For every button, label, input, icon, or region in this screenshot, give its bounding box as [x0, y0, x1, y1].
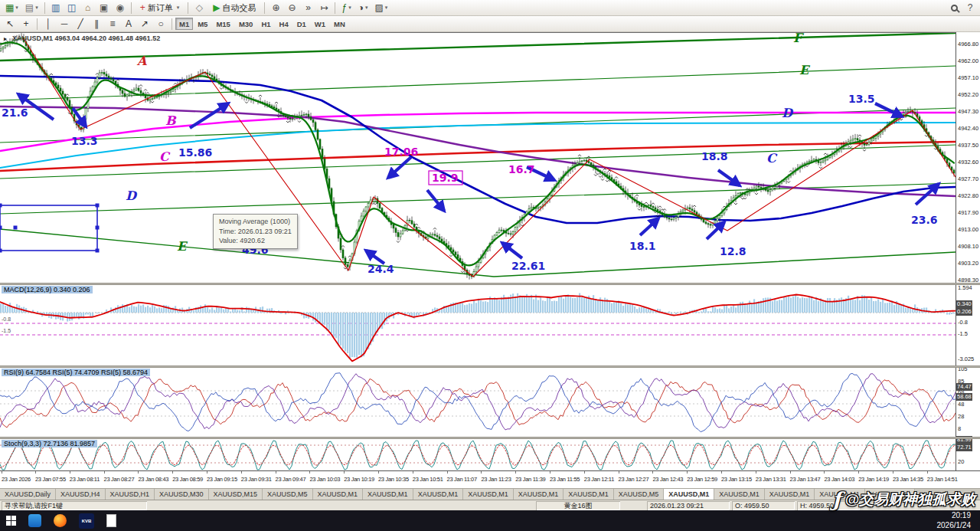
annotation-label[interactable]: D — [126, 188, 138, 203]
crosshair-tool[interactable]: + — [18, 17, 34, 31]
search-icon[interactable] — [946, 1, 962, 15]
zoom-in-icon[interactable]: ⊕ — [268, 1, 283, 15]
chart-shift-icon[interactable]: ↦ — [316, 1, 332, 15]
zoom-out-icon[interactable]: ⊖ — [284, 1, 299, 15]
chart-tab[interactable]: XAUUSD,M15 — [209, 489, 263, 500]
new-order-button[interactable]: +新订单▾ — [135, 1, 185, 15]
time-axis[interactable]: 23 Jan 202623 Jan 07:5523 Jan 08:1123 Ja… — [0, 470, 980, 488]
channel-tool[interactable]: ∥ — [89, 17, 104, 31]
horizontal-line-tool[interactable]: ─ — [57, 17, 72, 31]
timeframe-button-MN[interactable]: MN — [330, 18, 349, 30]
annotation-label[interactable]: 12.8 — [720, 245, 746, 257]
text-tool[interactable]: A — [121, 17, 136, 31]
autotrading-button[interactable]: ▶自动交易 — [207, 1, 261, 15]
chart-tab[interactable]: XAUUSD,M1 — [714, 489, 765, 500]
stochastic-canvas[interactable] — [0, 439, 956, 471]
stochastic-panel[interactable]: Stoch(9,3,3) 72.7136 81.9857 — [0, 439, 956, 471]
terminal-icon[interactable]: ▣ — [96, 1, 112, 15]
annotation-label[interactable]: 18.1 — [629, 240, 656, 252]
selection-handle[interactable] — [0, 204, 2, 208]
chart-tab[interactable]: XAUUSD,M30 — [155, 489, 209, 500]
annotation-label[interactable]: A — [136, 54, 147, 68]
timeframe-button-M5[interactable]: M5 — [194, 18, 211, 30]
annotation-label[interactable]: C — [766, 151, 778, 166]
selection-handle[interactable] — [96, 204, 100, 208]
chart-tab[interactable]: XAUUSD,M1 — [313, 489, 364, 500]
periods-icon[interactable]: ◑▾ — [355, 1, 371, 15]
market-watch-icon[interactable]: ▥ — [48, 1, 64, 15]
chart-tab[interactable]: XAUUSD,M1 — [413, 489, 464, 500]
annotation-label[interactable]: 22.61 — [511, 260, 545, 272]
fibonacci-tool[interactable]: ≡ — [105, 17, 120, 31]
metaeditor-icon[interactable]: ◇ — [191, 1, 207, 15]
chart-tab[interactable]: XAUUSD,H1 — [106, 489, 155, 500]
chart-tab[interactable]: XAUUSD,H4 — [56, 489, 106, 500]
annotation-label[interactable]: 19.9 — [432, 172, 459, 184]
profiles-icon[interactable]: ▤▾ — [22, 1, 41, 15]
chart-tab[interactable]: XAUUSD,M1 — [514, 489, 564, 500]
trendline-tool[interactable]: ╱ — [73, 17, 88, 31]
annotation-label[interactable]: E — [799, 63, 811, 77]
chart-tab[interactable]: XAUUSD,M5 — [263, 489, 313, 500]
annotation-arrow[interactable] — [502, 243, 522, 258]
annotation-label[interactable]: B — [165, 113, 177, 128]
chart-tab[interactable]: XAUUSD,Daily — [0, 489, 56, 500]
chart-type-icon[interactable]: ▦▾ — [2, 1, 21, 15]
annotation-arrow[interactable] — [388, 157, 411, 178]
annotation-arrow[interactable] — [366, 251, 384, 264]
navigator-icon[interactable]: ⌂ — [80, 1, 96, 15]
taskbar-clock[interactable]: 20:19 2026/1/24 — [937, 511, 975, 530]
annotation-label[interactable]: E — [177, 239, 188, 254]
annotation-label[interactable]: 13.5 — [848, 93, 875, 105]
price-panel[interactable]: 21.613.315.86ABCDE49.624.417.0619.916.72… — [0, 33, 956, 283]
arrows-tool[interactable]: ↗ — [137, 17, 152, 31]
annotation-label[interactable]: 13.3 — [71, 135, 98, 147]
selection-handle[interactable] — [0, 226, 2, 230]
chart-tab[interactable]: XAUUSD,M1 — [463, 489, 514, 500]
strategy-tester-icon[interactable]: ◉ — [113, 1, 128, 15]
document-app-icon[interactable] — [106, 514, 116, 527]
panel-divider[interactable] — [0, 365, 980, 368]
selection-handle[interactable] — [0, 249, 2, 253]
macd-canvas[interactable] — [0, 285, 956, 365]
annotation-label[interactable]: 24.4 — [368, 263, 394, 275]
macd-panel[interactable]: MACD(12,26,9) 0.340 0.206 -0.8-1.5 — [0, 285, 956, 365]
annotation-label[interactable]: 23.6 — [911, 214, 938, 226]
chart-tab[interactable]: XAUUSD,M5 — [614, 489, 665, 500]
help-icon[interactable]: ? — [962, 1, 978, 15]
chart-tab-active[interactable]: XAUUSD,M1 — [664, 489, 714, 500]
vertical-line-tool[interactable]: │ — [41, 17, 56, 31]
timeframe-button-M1[interactable]: M1 — [175, 18, 193, 30]
timeframe-button-H1[interactable]: H1 — [257, 18, 274, 30]
annotation-label[interactable]: 15.86 — [178, 146, 212, 159]
annotation-label[interactable]: 17.06 — [384, 146, 418, 158]
indicators-icon[interactable]: ƒ▾ — [338, 1, 354, 15]
annotation-label[interactable]: 18.8 — [701, 150, 728, 162]
timeframe-button-D1[interactable]: D1 — [293, 18, 310, 30]
selection-handle[interactable] — [96, 226, 100, 230]
data-window-icon[interactable]: ◫ — [64, 1, 80, 15]
templates-icon[interactable]: ▨▾ — [371, 1, 390, 15]
annotation-label[interactable]: 21.6 — [2, 107, 28, 119]
start-button-icon[interactable] — [6, 516, 16, 526]
selection-handle[interactable] — [14, 226, 18, 230]
price-chart-canvas[interactable]: 21.613.315.86ABCDE49.624.417.0619.916.72… — [0, 33, 956, 283]
timeframe-button-M30[interactable]: M30 — [235, 18, 256, 30]
panel-divider[interactable] — [0, 437, 980, 439]
rsi-canvas[interactable] — [0, 368, 956, 437]
kvb-app-icon[interactable]: KVB — [79, 513, 94, 529]
browser-icon[interactable] — [28, 514, 41, 527]
annotation-arrow[interactable] — [718, 170, 740, 185]
annotation-label[interactable]: C — [159, 149, 171, 164]
annotation-label[interactable]: F — [793, 33, 805, 45]
cursor-tool[interactable]: ↖ — [2, 17, 18, 31]
annotation-arrow[interactable] — [640, 218, 658, 235]
timeframe-button-H4[interactable]: H4 — [276, 18, 292, 30]
chart-tab[interactable]: XAUUSD,M1 — [564, 489, 614, 500]
chart-tab[interactable]: XAUUSD,M1 — [363, 489, 413, 500]
panel-divider[interactable] — [0, 283, 980, 285]
auto-scroll-icon[interactable]: » — [300, 1, 315, 15]
price-axis[interactable]: 4966.804962.004957.104952.204947.304942.… — [956, 32, 980, 470]
annotation-label[interactable]: 16.7 — [508, 163, 535, 175]
rsi-panel[interactable]: RSI(9) 64.7584 RSI(5) 74.4709 RSI(5) 58.… — [0, 368, 956, 437]
